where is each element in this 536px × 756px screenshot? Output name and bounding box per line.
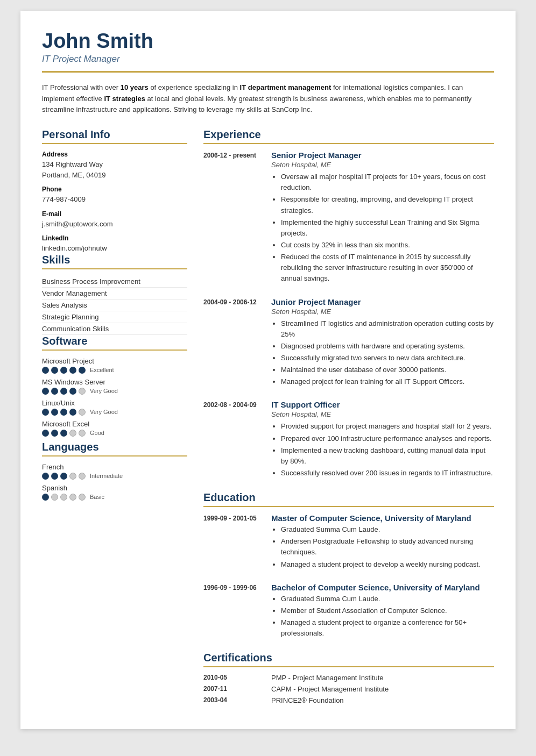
skill-item: Sales Analysis bbox=[42, 299, 187, 311]
experience-item: 2004-09 - 2006-12Junior Project ManagerS… bbox=[203, 297, 494, 389]
experience-item: 2002-08 - 2004-09IT Support OfficerSeton… bbox=[203, 400, 494, 480]
bullet-item: Managed a student project to organize a … bbox=[281, 617, 494, 639]
education-item: 1999-09 - 2001-05Master of Computer Scie… bbox=[203, 513, 494, 571]
experience-title: Junior Project Manager bbox=[271, 297, 494, 306]
certification-name: PRINCE2® Foundation bbox=[271, 696, 344, 704]
skills-section: Skills Business Process ImprovementVendo… bbox=[42, 254, 187, 335]
bullet-item: Graduated Summa Cum Laude. bbox=[281, 594, 494, 604]
dot-empty bbox=[69, 473, 76, 480]
summary-section: IT Professional with over 10 years of ex… bbox=[42, 82, 494, 116]
bullet-item: Reduced the costs of IT maintenance in 2… bbox=[281, 252, 494, 284]
dot-empty bbox=[51, 494, 58, 501]
certifications-list: 2010-05PMP - Project Management Institut… bbox=[203, 674, 494, 704]
bullet-item: Diagnosed problems with hardware and ope… bbox=[281, 341, 494, 352]
bullet-item: Streamlined IT logistics and administrat… bbox=[281, 318, 494, 340]
languages-section: Languages FrenchIntermediateSpanishBasic bbox=[42, 441, 187, 501]
dot-filled bbox=[51, 409, 58, 416]
candidate-title: IT Project Manager bbox=[42, 54, 494, 65]
experience-content: Junior Project ManagerSeton Hospital, ME… bbox=[271, 297, 494, 389]
software-item: Microsoft ExcelGood bbox=[42, 420, 187, 437]
bullet-item: Maintained the user database of over 300… bbox=[281, 365, 494, 375]
education-degree: Master of Computer Science, University o… bbox=[271, 513, 494, 523]
language-item: SpanishBasic bbox=[42, 484, 187, 501]
skill-item: Vendor Management bbox=[42, 288, 187, 299]
dot-filled bbox=[51, 430, 58, 437]
experience-item: 2006-12 - presentSenior Project ManagerS… bbox=[203, 151, 494, 285]
certifications-section: Certifications 2010-05PMP - Project Mana… bbox=[203, 652, 494, 704]
linkedin-value: linkedin.com/johnutw bbox=[42, 243, 187, 254]
experience-date: 2002-08 - 2004-09 bbox=[203, 400, 263, 480]
education-degree: Bachelor of Computer Science, University… bbox=[271, 583, 494, 592]
phone-value: 774-987-4009 bbox=[42, 194, 187, 205]
dot-empty bbox=[79, 473, 86, 480]
dot-filled bbox=[60, 473, 67, 480]
bullet-item: Managed a student project to develop a w… bbox=[281, 559, 494, 570]
certification-date: 2007-11 bbox=[203, 685, 263, 693]
dot-filled bbox=[51, 367, 58, 374]
bullet-item: Implemented a new tracking dashboard, cu… bbox=[281, 445, 494, 467]
software-name: Microsoft Project bbox=[42, 357, 187, 365]
experience-content: IT Support OfficerSeton Hospital, MEProv… bbox=[271, 400, 494, 480]
skills-list: Business Process ImprovementVendor Manag… bbox=[42, 276, 187, 335]
experience-company: Seton Hospital, ME bbox=[271, 308, 494, 316]
certification-item: 2010-05PMP - Project Management Institut… bbox=[203, 674, 494, 682]
bullet-item: Prepared over 100 infrastructure perform… bbox=[281, 433, 494, 444]
software-name: MS Windows Server bbox=[42, 378, 187, 386]
education-bullets: Graduated Summa Cum Laude.Andersen Postg… bbox=[271, 524, 494, 570]
certification-name: PMP - Project Management Institute bbox=[271, 674, 384, 682]
dot-empty bbox=[69, 430, 76, 437]
dot-filled bbox=[60, 430, 67, 437]
bullet-item: Successfully resolved over 200 issues in… bbox=[281, 468, 494, 479]
dot-filled bbox=[42, 388, 49, 395]
dot-filled bbox=[42, 409, 49, 416]
experience-date: 2004-09 - 2006-12 bbox=[203, 297, 263, 389]
resume-container: John Smith IT Project Manager IT Profess… bbox=[20, 11, 516, 729]
education-item: 1996-09 - 1999-06Bachelor of Computer Sc… bbox=[203, 583, 494, 640]
address-line2: Portland, ME, 04019 bbox=[42, 170, 187, 181]
experience-bullets: Oversaw all major hospital IT projects f… bbox=[271, 172, 494, 284]
experience-bullets: Provided support for project managers an… bbox=[271, 421, 494, 479]
experience-list: 2006-12 - presentSenior Project ManagerS… bbox=[203, 151, 494, 480]
skill-item: Business Process Improvement bbox=[42, 276, 187, 288]
left-column: Personal Info Address 134 Rightward Way … bbox=[42, 129, 187, 708]
bullet-item: Graduated Summa Cum Laude. bbox=[281, 524, 494, 535]
education-date: 1999-09 - 2001-05 bbox=[203, 513, 263, 571]
dot-empty bbox=[69, 494, 76, 501]
experience-title: IT Support Officer bbox=[271, 400, 494, 409]
dot-filled bbox=[60, 409, 67, 416]
software-item: Microsoft ProjectExcellent bbox=[42, 357, 187, 374]
software-section: Software Microsoft ProjectExcellentMS Wi… bbox=[42, 335, 187, 437]
bullet-item: Provided support for project managers an… bbox=[281, 421, 494, 432]
education-section: Education 1999-09 - 2001-05Master of Com… bbox=[203, 491, 494, 640]
software-title: Software bbox=[42, 335, 187, 351]
dot-filled bbox=[69, 409, 76, 416]
certification-item: 2007-11CAPM - Project Management Institu… bbox=[203, 685, 494, 693]
education-title: Education bbox=[203, 491, 494, 507]
dot-empty bbox=[79, 430, 86, 437]
education-date: 1996-09 - 1999-06 bbox=[203, 583, 263, 640]
software-item: MS Windows ServerVery Good bbox=[42, 378, 187, 395]
experience-content: Senior Project ManagerSeton Hospital, ME… bbox=[271, 151, 494, 285]
experience-section: Experience 2006-12 - presentSenior Proje… bbox=[203, 129, 494, 480]
body-columns: Personal Info Address 134 Rightward Way … bbox=[42, 129, 494, 708]
experience-bullets: Streamlined IT logistics and administrat… bbox=[271, 318, 494, 388]
bullet-item: Andersen Postgraduate Fellowship to stud… bbox=[281, 536, 494, 558]
education-content: Bachelor of Computer Science, University… bbox=[271, 583, 494, 640]
email-value: j.smith@uptowork.com bbox=[42, 219, 187, 230]
personal-info-section: Personal Info Address 134 Rightward Way … bbox=[42, 129, 187, 254]
language-name: French bbox=[42, 463, 187, 471]
dot-filled bbox=[79, 367, 86, 374]
experience-title: Experience bbox=[203, 129, 494, 144]
skill-item: Communication Skills bbox=[42, 323, 187, 335]
right-column: Experience 2006-12 - presentSenior Proje… bbox=[203, 129, 494, 708]
bullet-item: Responsible for creating, improving, and… bbox=[281, 194, 494, 216]
dot-empty bbox=[79, 409, 86, 416]
bullet-item: Member of Student Association of Compute… bbox=[281, 605, 494, 616]
skill-level-label: Basic bbox=[90, 494, 104, 500]
dot-filled bbox=[69, 367, 76, 374]
software-item: Linux/UnixVery Good bbox=[42, 399, 187, 416]
address-line1: 134 Rightward Way bbox=[42, 159, 187, 170]
dot-filled bbox=[42, 473, 49, 480]
linkedin-label: LinkedIn bbox=[42, 234, 187, 242]
certification-date: 2003-04 bbox=[203, 696, 263, 704]
